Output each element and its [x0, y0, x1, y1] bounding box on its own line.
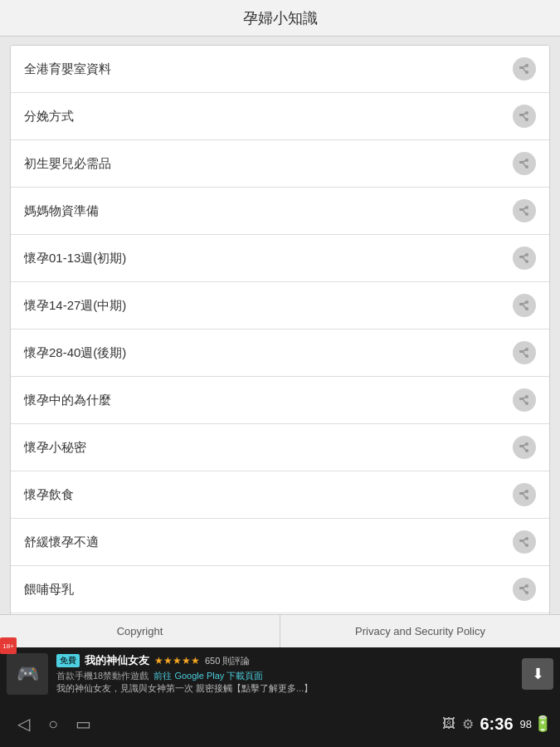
- share-icon: [513, 247, 536, 270]
- share-icon: [513, 388, 536, 412]
- image-icon: 🖼: [442, 716, 455, 731]
- svg-line-44: [523, 447, 526, 452]
- age-badge: 18+: [0, 637, 17, 654]
- svg-line-14: [523, 163, 526, 168]
- list-item-label: 分娩方式: [24, 109, 74, 124]
- share-icon: [513, 530, 536, 554]
- share-icon: [513, 152, 536, 175]
- share-icon: [513, 341, 536, 364]
- tab-privacy[interactable]: Privacy and Security Policy: [280, 615, 560, 647]
- footer-tabs: Copyright Privacy and Security Policy: [0, 614, 560, 647]
- svg-line-4: [523, 68, 526, 73]
- ad-title: 我的神仙女友: [85, 653, 149, 668]
- svg-line-49: [523, 494, 526, 499]
- svg-line-39: [523, 399, 526, 404]
- battery-icon: 🔋: [533, 715, 552, 733]
- tab-copyright[interactable]: Copyright: [0, 615, 280, 647]
- page-title: 孕婦小知識: [243, 8, 318, 28]
- list-item[interactable]: 餵哺母乳: [11, 566, 549, 613]
- list-item-label: 舒緩懷孕不適: [24, 535, 99, 550]
- system-status: 🖼 ⚙ 6:36 98 🔋: [442, 715, 553, 734]
- list-item[interactable]: 媽媽物資準備: [11, 188, 549, 235]
- title-bar: 孕婦小知識: [0, 0, 560, 37]
- recent-apps-button[interactable]: ▭: [68, 709, 98, 739]
- ad-banner[interactable]: 18+ 🎮 免費 我的神仙女友 ★★★★★ 650 則評論 首款手機18禁動作遊…: [0, 647, 560, 701]
- settings-icon: ⚙: [462, 716, 474, 732]
- svg-line-9: [523, 115, 526, 120]
- list-item[interactable]: 懷孕中的為什麼: [11, 377, 549, 424]
- main-content: 全港育嬰室資料 分娩方式 初生嬰兒必需品 媽媽物資準備: [0, 37, 560, 669]
- list-item[interactable]: 懷孕小秘密: [11, 424, 549, 471]
- share-icon: [513, 483, 536, 506]
- list-item[interactable]: 初生嬰兒必需品: [11, 140, 549, 188]
- list-item-label: 懷孕小秘密: [24, 440, 86, 456]
- list-item[interactable]: 懷孕14-27週(中期): [11, 282, 549, 330]
- ad-title-line: 免費 我的神仙女友 ★★★★★ 650 則評論: [56, 653, 514, 668]
- list-item-label: 懷孕中的為什麼: [24, 393, 111, 408]
- share-icon: [513, 294, 536, 317]
- ad-review-count: 650 則評論: [205, 655, 250, 667]
- list-item[interactable]: 懷孕01-13週(初期): [11, 235, 549, 282]
- list-item-label: 全港育嬰室資料: [24, 61, 111, 77]
- list-item-label: 懷孕14-27週(中期): [24, 298, 126, 314]
- share-icon: [513, 199, 536, 222]
- ad-avatar: 🎮: [7, 653, 48, 695]
- ad-description: 我的神仙女友，見識與女神第一次 親密接觸【點擊了解更多...】: [56, 682, 514, 695]
- battery-percentage: 98: [520, 718, 532, 730]
- home-button[interactable]: ○: [38, 709, 68, 739]
- svg-line-29: [523, 305, 526, 310]
- svg-line-34: [523, 352, 526, 357]
- list-item[interactable]: 舒緩懷孕不適: [11, 519, 549, 566]
- ad-subtitle: 首款手機18禁動作遊戲 前往 Google Play 下載頁面: [56, 670, 514, 682]
- share-icon: [513, 436, 536, 459]
- svg-line-24: [523, 257, 526, 262]
- list-item[interactable]: 全港育嬰室資料: [11, 46, 549, 93]
- svg-line-54: [523, 541, 526, 546]
- ad-link[interactable]: 前往 Google Play 下載頁面: [153, 671, 263, 681]
- ad-download-button[interactable]: ⬇: [522, 658, 553, 690]
- share-icon: [513, 105, 536, 128]
- share-icon: [513, 57, 536, 81]
- list-item[interactable]: 懷孕28-40週(後期): [11, 330, 549, 377]
- system-nav: ◁ ○ ▭ 🖼 ⚙ 6:36 98 🔋: [0, 701, 560, 747]
- list-item[interactable]: 懷孕飲食: [11, 471, 549, 519]
- ad-free-badge: 免費: [56, 654, 80, 667]
- list-item-label: 懷孕01-13週(初期): [24, 251, 126, 266]
- list-item-label: 初生嬰兒必需品: [24, 156, 111, 172]
- system-clock: 6:36: [480, 715, 514, 734]
- back-button[interactable]: ◁: [8, 709, 38, 739]
- list-item-label: 懷孕28-40週(後期): [24, 345, 126, 361]
- list-item[interactable]: 分娩方式: [11, 93, 549, 140]
- list-item-label: 懷孕飲食: [24, 487, 74, 503]
- svg-line-19: [523, 210, 526, 215]
- ad-stars: ★★★★★: [154, 655, 200, 666]
- list-item-label: 餵哺母乳: [24, 582, 74, 598]
- battery-indicator: 98 🔋: [520, 715, 552, 733]
- share-icon: [513, 578, 536, 601]
- ad-text-block: 免費 我的神仙女友 ★★★★★ 650 則評論 首款手機18禁動作遊戲 前往 G…: [56, 653, 514, 695]
- list-item-label: 媽媽物資準備: [24, 203, 99, 219]
- menu-list: 全港育嬰室資料 分娩方式 初生嬰兒必需品 媽媽物資準備: [10, 45, 550, 661]
- svg-line-59: [523, 588, 526, 593]
